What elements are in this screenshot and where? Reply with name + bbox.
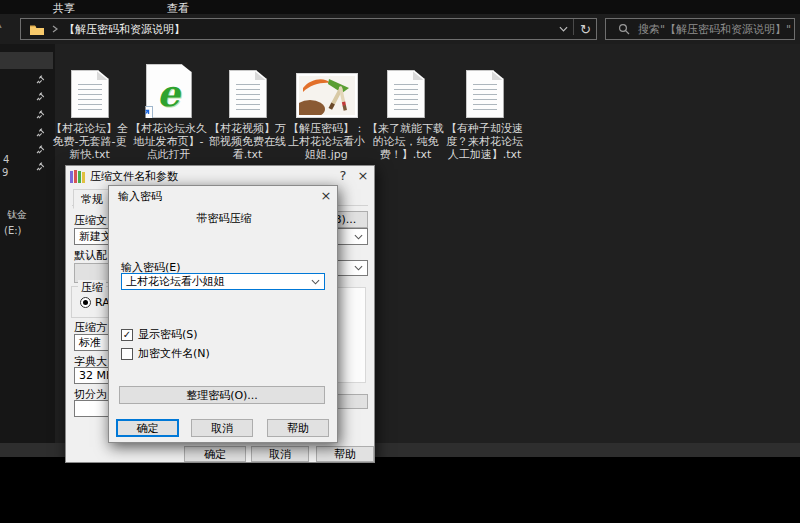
chevron-down-icon: [311, 279, 320, 285]
nav-item-fragment[interactable]: 9: [2, 167, 8, 178]
organize-passwords-button[interactable]: 整理密码(O)...: [119, 386, 325, 404]
tab-general[interactable]: 常规: [73, 189, 111, 209]
file-name: 【村花论坛】全免费-无套路-更新快.txt: [50, 122, 130, 161]
winrar-icon: [70, 170, 85, 183]
address-dropdown-button[interactable]: [559, 19, 568, 39]
compression-method-label: 压缩方: [74, 320, 107, 335]
toolbar: ˄ 【解压密码和资源说明】 ↻ 搜索"【解压密码和资源说明】": [0, 14, 800, 44]
file-item[interactable]: 【有种子却没速度？来村花论坛人工加速】.txt: [446, 56, 523, 161]
shortcut-arrow-icon: [140, 106, 153, 119]
image-thumbnail-icon: [296, 73, 358, 118]
file-name: 【来了就能下载的论坛，纯免费！】.txt: [366, 122, 446, 161]
checkbox-checked-icon: ✓: [121, 329, 133, 341]
text-file-icon: [71, 70, 109, 118]
close-icon[interactable]: ×: [354, 168, 372, 184]
pin-icon: [36, 128, 45, 137]
search-placeholder: 搜索"【解压密码和资源说明】": [638, 22, 791, 37]
browser-shortcut-icon: e: [146, 64, 192, 118]
refresh-button[interactable]: ↻: [580, 19, 591, 39]
ok-button[interactable]: 确定: [184, 446, 246, 462]
text-file-icon: [229, 70, 267, 118]
divider: [573, 19, 574, 35]
winrar-titlebar[interactable]: 压缩文件名和参数 ? ×: [66, 166, 374, 186]
chevron-down-icon: [354, 234, 363, 240]
heading: 带密码压缩: [109, 211, 339, 226]
chevron-down-icon: [559, 26, 568, 32]
chevron-down-icon: [354, 265, 363, 271]
file-name: 【村花视频】万部视频免费在线看.txt: [208, 122, 288, 161]
pin-icon: [36, 110, 45, 119]
breadcrumb-chevron-icon: [52, 25, 58, 33]
default-profile-label: 默认配: [74, 248, 107, 263]
text-file-icon: [466, 70, 504, 118]
pin-icon: [36, 145, 45, 154]
pin-icon: [36, 92, 45, 101]
folder-icon: [29, 23, 45, 36]
file-name: 【有种子却没速度？来村花论坛人工加速】.txt: [445, 122, 525, 161]
file-name: 【解压密码】：上村花论坛看小姐姐.jpg: [287, 122, 367, 161]
help-button[interactable]: 帮助: [267, 419, 329, 437]
control-fragment: [334, 394, 368, 409]
show-password-label: 显示密码(S): [138, 327, 198, 342]
file-item[interactable]: e 【村花论坛永久地址发布页】-点此打开: [130, 56, 207, 161]
cancel-button[interactable]: 取消: [251, 446, 309, 462]
password-input[interactable]: 上村花论坛看小姐姐: [121, 273, 325, 290]
password-value: 上村花论坛看小姐姐: [126, 274, 225, 289]
search-icon: [618, 23, 630, 35]
password-titlebar[interactable]: 输入密码 ×: [109, 186, 337, 206]
file-item[interactable]: 【来了就能下载的论坛，纯免费！】.txt: [367, 56, 444, 161]
file-name: 【村花论坛永久地址发布页】-点此打开: [129, 122, 209, 161]
rar-radio[interactable]: RA: [80, 296, 110, 309]
password-dialog-title: 输入密码: [118, 189, 162, 204]
compression-method-value: 标准: [79, 335, 101, 350]
close-icon[interactable]: ×: [317, 188, 335, 204]
file-item[interactable]: 【村花论坛】全免费-无套路-更新快.txt: [51, 56, 128, 161]
file-item[interactable]: 【解压密码】：上村花论坛看小姐姐.jpg: [288, 56, 365, 161]
checkbox-unchecked-icon: [121, 348, 133, 360]
address-bar[interactable]: 【解压密码和资源说明】 ↻: [20, 18, 597, 40]
help-button[interactable]: 帮助: [316, 446, 374, 462]
text-file-icon: [387, 70, 425, 118]
radio-icon: [80, 297, 91, 308]
archive-name-label: 压缩文: [74, 213, 107, 228]
ok-button[interactable]: 确定: [116, 419, 179, 437]
pin-icon: [36, 162, 45, 171]
password-dialog: 输入密码 × 带密码压缩 输入密码(E) 上村花论坛看小姐姐 ✓ 显示密码(S)…: [108, 185, 338, 443]
cancel-button[interactable]: 取消: [191, 419, 253, 437]
show-password-checkbox[interactable]: ✓ 显示密码(S): [121, 327, 198, 342]
archive-format-group-label: 压缩: [78, 280, 106, 295]
search-box[interactable]: 搜索"【解压密码和资源说明】": [605, 18, 795, 40]
winrar-title: 压缩文件名和参数: [90, 169, 178, 184]
nav-item-fragment[interactable]: (E:): [4, 225, 22, 236]
up-button-fragment[interactable]: ˄: [0, 22, 3, 41]
file-item[interactable]: 【村花视频】万部视频免费在线看.txt: [209, 56, 286, 161]
encrypt-filenames-label: 加密文件名(N): [138, 346, 210, 361]
nav-item-fragment[interactable]: 4: [3, 154, 9, 165]
encrypt-filenames-checkbox[interactable]: 加密文件名(N): [121, 346, 210, 361]
help-button[interactable]: ?: [334, 168, 352, 184]
navigation-pane: 4 9 钛金 (E:): [0, 44, 55, 443]
ribbon-bar: 共享 查看: [0, 0, 800, 14]
breadcrumb[interactable]: 【解压密码和资源说明】: [64, 22, 185, 37]
nav-item-fragment[interactable]: 钛金: [7, 208, 27, 222]
pin-icon: [36, 75, 45, 84]
nav-selected-item[interactable]: [0, 52, 53, 69]
